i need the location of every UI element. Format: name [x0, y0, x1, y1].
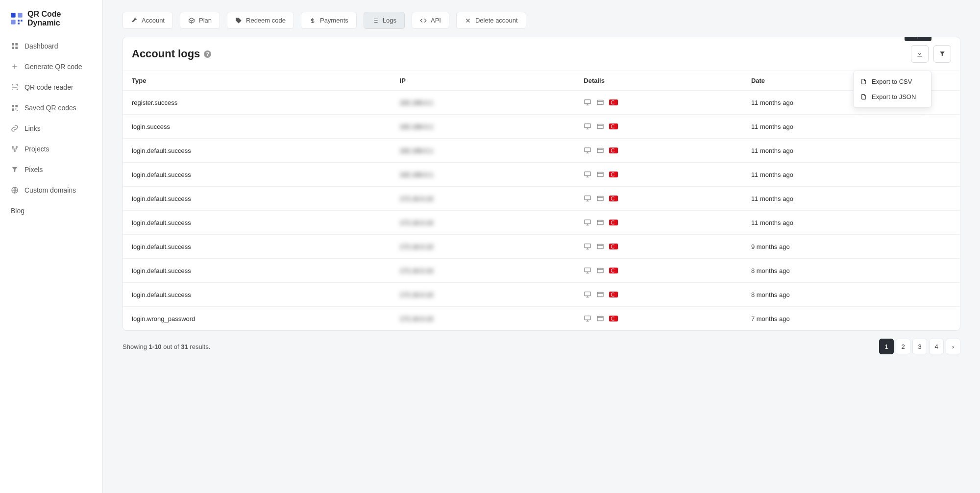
- svg-rect-35: [585, 292, 590, 296]
- svg-rect-38: [597, 316, 603, 320]
- desktop-icon[interactable]: [584, 291, 591, 298]
- plus-icon: [11, 63, 19, 71]
- window-icon[interactable]: [596, 219, 604, 226]
- window-icon[interactable]: [596, 123, 604, 130]
- cell-details: [575, 307, 742, 331]
- cell-type: login.default.success: [123, 211, 391, 235]
- cell-details: [575, 163, 742, 187]
- flag-tr-icon[interactable]: [609, 268, 618, 273]
- tab-account[interactable]: Account: [122, 12, 173, 29]
- desktop-icon[interactable]: [584, 99, 591, 106]
- svg-point-17: [14, 150, 16, 152]
- account-tabs: Account Plan Redeem code Payments Logs A…: [122, 12, 960, 29]
- cell-details: [575, 91, 742, 115]
- ip-blurred: 172.16.0.10: [400, 315, 434, 322]
- app-root: QR Code Dynamic Dashboard Generate QR co…: [0, 0, 980, 493]
- flag-tr-icon[interactable]: [609, 148, 618, 153]
- brand-logo[interactable]: QR Code Dynamic: [0, 6, 102, 36]
- cell-date: 11 months ago: [742, 115, 960, 139]
- window-icon[interactable]: [596, 171, 604, 178]
- ip-blurred: 172.16.0.10: [400, 267, 434, 274]
- filter-icon: [11, 166, 19, 173]
- tab-delete-account[interactable]: Delete account: [456, 12, 526, 29]
- sidebar-item-dashboard[interactable]: Dashboard: [4, 36, 98, 56]
- desktop-icon[interactable]: [584, 243, 591, 250]
- flag-tr-icon[interactable]: [609, 292, 618, 297]
- svg-rect-32: [597, 244, 603, 248]
- qr-icon: [11, 104, 19, 112]
- flag-tr-icon[interactable]: [609, 220, 618, 225]
- cell-type: login.default.success: [123, 187, 391, 211]
- sidebar-item-pixels[interactable]: Pixels: [4, 160, 98, 179]
- sidebar-item-blog[interactable]: Blog: [4, 201, 98, 221]
- desktop-icon[interactable]: [584, 147, 591, 154]
- flag-tr-icon[interactable]: [609, 99, 618, 105]
- desktop-icon[interactable]: [584, 267, 591, 274]
- window-icon[interactable]: [596, 291, 604, 298]
- flag-tr-icon[interactable]: [609, 196, 618, 201]
- sidebar-item-generate-qr[interactable]: Generate QR code: [4, 57, 98, 76]
- desktop-icon[interactable]: [584, 171, 591, 178]
- sidebar-item-saved-qr[interactable]: Saved QR codes: [4, 98, 98, 118]
- sidebar: QR Code Dynamic Dashboard Generate QR co…: [0, 0, 103, 493]
- desktop-icon[interactable]: [584, 219, 591, 226]
- cell-date: 11 months ago: [742, 139, 960, 163]
- table-header-type: Type: [123, 71, 391, 91]
- cell-date: 8 months ago: [742, 283, 960, 307]
- tab-label: API: [431, 17, 441, 24]
- page-button[interactable]: 4: [929, 339, 944, 354]
- tab-logs[interactable]: Logs: [364, 12, 405, 29]
- pagination-row: Showing 1-10 out of 31 results. 1234›: [122, 331, 960, 358]
- svg-rect-13: [15, 108, 16, 109]
- sidebar-item-projects[interactable]: Projects: [4, 139, 98, 159]
- tab-api[interactable]: API: [412, 12, 449, 29]
- svg-rect-33: [585, 268, 590, 272]
- info-icon[interactable]: ?: [204, 50, 211, 58]
- flag-tr-icon[interactable]: [609, 172, 618, 177]
- table-row: login.success192.168.0.111 months ago: [123, 115, 960, 139]
- cell-details: [575, 283, 742, 307]
- tab-plan[interactable]: Plan: [180, 12, 220, 29]
- tab-label: Account: [142, 17, 165, 24]
- cell-type: login.default.success: [123, 283, 391, 307]
- desktop-icon[interactable]: [584, 123, 591, 130]
- window-icon[interactable]: [596, 147, 604, 154]
- window-icon[interactable]: [596, 99, 604, 106]
- sidebar-item-links[interactable]: Links: [4, 119, 98, 138]
- cell-ip: 172.16.0.10: [391, 283, 575, 307]
- svg-rect-31: [585, 244, 590, 248]
- logs-table: Type IP Details Date register.success192…: [123, 71, 960, 330]
- svg-rect-7: [15, 43, 18, 46]
- svg-rect-0: [11, 13, 15, 17]
- ip-blurred: 192.168.0.1: [400, 99, 434, 106]
- page-button[interactable]: 3: [912, 339, 927, 354]
- card-actions: Export: [911, 45, 951, 63]
- flag-tr-icon[interactable]: [609, 316, 618, 321]
- sidebar-item-qr-reader[interactable]: QR code reader: [4, 77, 98, 97]
- tab-redeem[interactable]: Redeem code: [227, 12, 294, 29]
- sidebar-item-label: Dashboard: [24, 42, 58, 50]
- window-icon[interactable]: [596, 243, 604, 250]
- page-button[interactable]: 2: [896, 339, 910, 354]
- link-icon: [11, 124, 19, 132]
- svg-rect-11: [15, 105, 18, 107]
- window-icon[interactable]: [596, 267, 604, 274]
- sidebar-item-domains[interactable]: Custom domains: [4, 180, 98, 200]
- flag-tr-icon[interactable]: [609, 123, 618, 129]
- window-icon[interactable]: [596, 315, 604, 322]
- ip-blurred: 172.16.0.10: [400, 219, 434, 226]
- export-csv-item[interactable]: Export to CSV: [854, 74, 931, 89]
- page-button[interactable]: 1: [879, 339, 894, 354]
- tab-payments[interactable]: Payments: [301, 12, 357, 29]
- desktop-icon[interactable]: [584, 315, 591, 322]
- page-button[interactable]: ›: [946, 339, 960, 354]
- desktop-icon[interactable]: [584, 195, 591, 202]
- close-icon: [465, 17, 471, 24]
- window-icon[interactable]: [596, 195, 604, 202]
- tab-label: Delete account: [475, 17, 518, 24]
- flag-tr-icon[interactable]: [609, 244, 618, 249]
- cell-date: 7 months ago: [742, 307, 960, 331]
- export-button[interactable]: [911, 45, 929, 63]
- export-json-item[interactable]: Export to JSON: [854, 89, 931, 104]
- filter-button[interactable]: [933, 45, 951, 63]
